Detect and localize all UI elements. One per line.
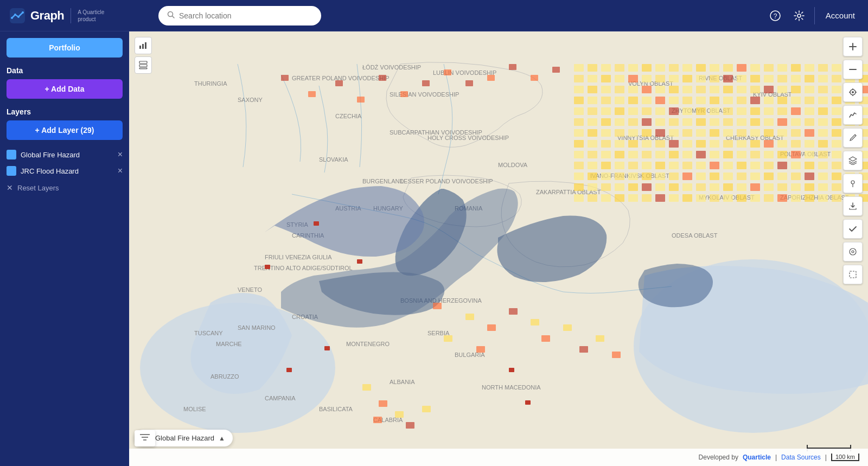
selection-button[interactable] [843, 265, 863, 284]
svg-rect-224 [682, 140, 692, 148]
footer-data-sources[interactable]: Data Sources [781, 454, 821, 461]
svg-rect-319 [777, 183, 787, 191]
svg-point-4 [22, 11, 24, 14]
svg-rect-75 [750, 64, 760, 72]
pin-button[interactable] [843, 174, 863, 193]
svg-rect-321 [805, 183, 814, 191]
svg-rect-370 [379, 75, 386, 81]
svg-rect-205 [723, 129, 733, 137]
svg-rect-294 [737, 173, 746, 180]
chart-view-button[interactable] [135, 37, 152, 54]
add-data-button[interactable]: + Add Data [7, 79, 123, 99]
svg-rect-314 [710, 183, 719, 191]
svg-rect-284 [601, 173, 611, 180]
svg-rect-372 [422, 80, 430, 86]
layers-control-button[interactable] [843, 151, 863, 170]
svg-rect-355 [579, 346, 588, 353]
svg-rect-307 [615, 183, 624, 191]
search-bar[interactable] [158, 6, 321, 25]
locate-button[interactable] [843, 82, 863, 102]
svg-rect-173 [588, 118, 597, 126]
help-button[interactable]: ? [767, 7, 784, 24]
svg-rect-196 [601, 129, 611, 137]
search-input[interactable] [179, 11, 312, 20]
svg-rect-138 [710, 97, 719, 104]
svg-rect-362 [395, 411, 404, 418]
filter-button[interactable] [135, 430, 155, 446]
svg-rect-246 [682, 151, 692, 158]
zoom-out-button[interactable] [843, 60, 863, 79]
svg-rect-251 [750, 151, 760, 158]
svg-rect-282 [574, 173, 584, 180]
svg-rect-187 [777, 118, 787, 126]
table-view-button[interactable] [135, 56, 152, 74]
account-button[interactable]: Account [821, 9, 859, 22]
svg-rect-185 [750, 118, 760, 126]
settings-button[interactable] [790, 7, 808, 24]
svg-rect-278 [818, 162, 828, 169]
svg-rect-234 [818, 140, 828, 148]
svg-rect-97 [750, 75, 760, 82]
svg-rect-158 [682, 107, 692, 115]
svg-rect-198 [628, 129, 638, 137]
svg-rect-365 [373, 417, 382, 423]
draw-button[interactable] [843, 128, 863, 148]
svg-rect-211 [805, 129, 814, 137]
svg-rect-382 [286, 368, 292, 372]
portfolio-button[interactable]: Portfolio [7, 38, 123, 58]
svg-rect-260 [574, 162, 584, 169]
svg-rect-354 [563, 324, 572, 331]
svg-rect-226 [710, 140, 719, 148]
svg-rect-291 [696, 173, 706, 180]
svg-rect-301 [832, 173, 841, 180]
layer-remove-button[interactable]: × [118, 166, 123, 176]
svg-rect-86 [601, 75, 611, 82]
svg-rect-77 [777, 64, 787, 72]
svg-rect-101 [805, 75, 814, 82]
svg-rect-89 [642, 75, 652, 82]
svg-rect-238 [574, 151, 584, 158]
svg-rect-111 [642, 86, 652, 93]
check-button[interactable] [843, 219, 863, 239]
layers-section: Layers + Add Layer (29) Global Fire Haza… [7, 107, 123, 194]
svg-rect-194 [574, 129, 584, 137]
add-layer-button[interactable]: + Add Layer (29) [7, 120, 123, 140]
svg-rect-241 [615, 151, 624, 158]
svg-rect-181 [696, 118, 706, 126]
svg-text:CZECHIA: CZECHIA [335, 113, 362, 119]
svg-rect-115 [696, 86, 706, 93]
svg-rect-368 [335, 80, 343, 86]
map-area: THURINGIA SAXONY GREATER POLAND VOIVODES… [129, 31, 868, 466]
svg-rect-202 [682, 129, 692, 137]
svg-point-2 [14, 14, 16, 16]
zoom-in-button[interactable] [843, 37, 863, 56]
svg-rect-151 [588, 107, 597, 115]
svg-rect-153 [615, 107, 624, 115]
svg-rect-275 [777, 162, 787, 169]
svg-rect-140 [737, 97, 746, 104]
svg-rect-186 [764, 118, 774, 126]
svg-rect-221 [642, 140, 652, 148]
svg-text:ABRUZZO: ABRUZZO [210, 373, 239, 380]
header-right: ? Account [767, 7, 859, 24]
svg-rect-243 [642, 151, 652, 158]
svg-rect-160 [710, 107, 719, 115]
svg-text:ODESA OBLAST: ODESA OBLAST [672, 232, 718, 239]
reset-layers-button[interactable]: ✕ Reset Layers [7, 181, 59, 194]
graph-view-button[interactable] [843, 105, 863, 125]
svg-rect-133 [642, 97, 652, 104]
svg-rect-295 [750, 173, 760, 180]
svg-rect-176 [628, 118, 638, 126]
svg-rect-157 [669, 107, 679, 115]
svg-rect-71 [696, 64, 706, 72]
svg-rect-164 [764, 107, 774, 115]
layer-remove-button[interactable]: × [118, 150, 123, 159]
svg-rect-108 [601, 86, 611, 93]
svg-text:THURINGIA: THURINGIA [194, 80, 227, 87]
svg-rect-113 [669, 86, 679, 93]
svg-rect-322 [818, 183, 828, 191]
svg-rect-352 [531, 319, 539, 325]
export-button[interactable] [843, 196, 863, 216]
target-button[interactable] [843, 242, 863, 261]
svg-rect-219 [615, 140, 624, 148]
